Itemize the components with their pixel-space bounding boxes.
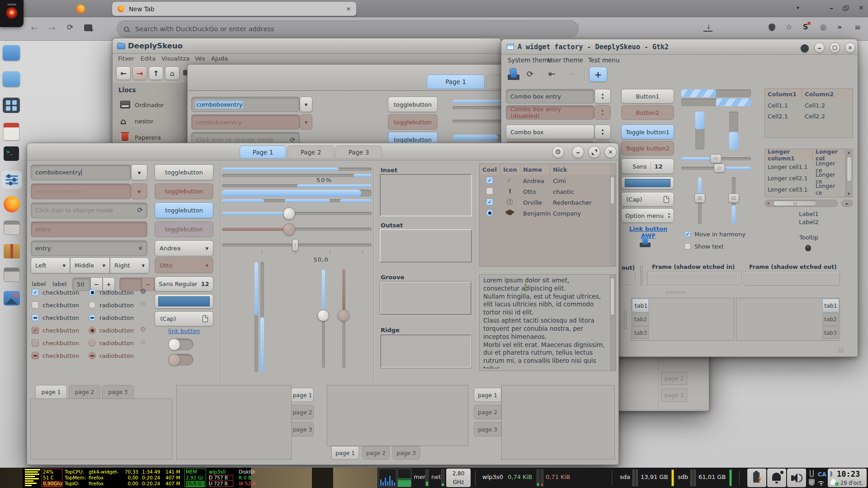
minimize-button[interactable]: – (572, 146, 584, 158)
paned-handle[interactable] (640, 265, 643, 286)
gtk4-tab-page1[interactable]: Page 1 (427, 75, 485, 89)
notebook-left-tab-page3[interactable]: page 3 (474, 422, 501, 436)
menu-icon[interactable]: ≡ (854, 23, 861, 32)
main-tab-page2[interactable]: Page 2 (288, 145, 334, 159)
column-header[interactable]: Longer column1 (765, 149, 813, 160)
gtk2-file-button[interactable]: (Cap) (621, 192, 674, 206)
nav-up-button[interactable]: ↑ (149, 66, 163, 80)
gtk2-option-menu[interactable]: Option menu (621, 208, 674, 223)
row-radiobutton[interactable] (486, 209, 493, 216)
gear-icon[interactable] (140, 288, 146, 295)
window-restore-button[interactable] (843, 5, 850, 12)
checkbutton-mixed[interactable] (32, 314, 39, 321)
mode-entry[interactable]: Click icon to change mode (31, 202, 147, 218)
table-cell[interactable]: Cell1.2 (802, 100, 853, 110)
radiobutton-checked[interactable] (89, 289, 96, 296)
row-checkbox[interactable] (486, 177, 493, 184)
notebook-right-tab-page2[interactable]: page 2 (291, 405, 314, 419)
dock-window-icon[interactable] (4, 221, 20, 235)
gtk2-toggle-button1[interactable]: Toggle button1 (621, 125, 674, 139)
overflow-chevron-icon[interactable]: » (837, 23, 842, 31)
dock-photos-icon[interactable] (4, 291, 20, 305)
refresh-icon[interactable] (137, 207, 143, 214)
refresh-button[interactable] (527, 70, 533, 78)
cpu-freq-button[interactable]: 2,80 GHzschedutil (446, 469, 471, 487)
radiobutton-unchecked[interactable] (89, 301, 96, 309)
combobox-names[interactable]: Andrea (155, 240, 213, 256)
radiobutton-mixed[interactable] (89, 314, 96, 321)
save-page-icon[interactable]: ↓ (703, 23, 712, 32)
notebook-top-tab-page2[interactable]: page 2 (69, 385, 100, 399)
scroll-up-icon[interactable] (848, 150, 850, 155)
textview[interactable]: Lorem ipsum dolor sit amet, consectetur … (479, 274, 616, 371)
menu-edit[interactable]: Edita (141, 55, 156, 62)
comboboxentry-arrow-button[interactable] (131, 164, 147, 180)
nav-home-button[interactable]: ⌂ (165, 66, 179, 80)
gtk4-comboboxentry[interactable]: comboboxentry (191, 97, 300, 112)
vscale-1-handle[interactable] (694, 193, 705, 203)
notifications-tray-button[interactable] (767, 469, 786, 487)
color-button[interactable] (155, 294, 213, 309)
row-checkbox[interactable] (486, 188, 493, 195)
dock-app-grid-icon[interactable] (3, 98, 20, 113)
togglebutton-normal[interactable]: togglebutton (155, 164, 213, 180)
font-button[interactable]: Sans Regular12 (155, 277, 213, 291)
volume-tray-button[interactable] (787, 469, 806, 487)
scroll-down-icon[interactable] (848, 192, 850, 196)
notebook-right-tab-page1[interactable]: page 1 (291, 388, 314, 402)
combo-middle[interactable]: Middle (70, 258, 110, 273)
table-cell[interactable]: Longer cell1.1 (765, 161, 813, 172)
bookmark-star-icon[interactable]: ☆ (786, 23, 792, 31)
dock-folder-icon[interactable] (3, 45, 20, 61)
notebook-left-tab-page2[interactable]: page 2 (474, 405, 501, 419)
menu-gear-button[interactable] (552, 146, 564, 158)
scroll-left-icon[interactable] (767, 201, 769, 206)
gtk2-tab1[interactable]: tab1 (822, 299, 839, 312)
paned-handle-horizontal[interactable] (665, 291, 685, 294)
tree-header-name[interactable]: Name (520, 164, 550, 175)
gtk2-combo-box[interactable]: Combo box (506, 125, 594, 139)
gtk2-tab1[interactable]: tab1 (632, 299, 649, 312)
screenshot-extension-icon[interactable]: + (84, 24, 92, 31)
notebook-left-tab-page1[interactable]: page 1 (474, 388, 501, 402)
paned-handle-vertical[interactable] (623, 310, 627, 329)
scroll-thumb[interactable] (610, 176, 615, 204)
tab-list-button[interactable] (792, 5, 804, 14)
table-cell[interactable]: Cell2.1 (765, 111, 802, 121)
row-checkbox[interactable] (486, 198, 493, 206)
main-tab-page3[interactable]: Page 3 (335, 145, 382, 159)
scroll-thumb[interactable] (847, 156, 852, 182)
textview-scrollbar[interactable] (610, 275, 616, 371)
go-first-button[interactable] (548, 70, 556, 78)
menu-help[interactable]: Ajuda (211, 55, 228, 62)
minimize-button[interactable]: – (814, 42, 825, 53)
table-cell[interactable]: Cell1.1 (765, 100, 802, 110)
tree-cell-nick[interactable]: Company (550, 209, 584, 218)
vscale-1-knob[interactable] (317, 310, 329, 321)
dock-document-icon[interactable] (4, 123, 19, 140)
hscale-1[interactable] (222, 212, 372, 215)
nav-forward-button[interactable]: → (132, 66, 147, 80)
resize-grip[interactable] (838, 347, 844, 353)
firefox-home-button[interactable] (72, 3, 89, 15)
sidebar-item-computer[interactable]: Ordinador (113, 98, 188, 113)
tree-header-nick[interactable]: Nick (550, 164, 610, 175)
combo-right[interactable]: Right (110, 258, 149, 273)
maximize-button[interactable] (830, 42, 840, 53)
gear-icon-faint[interactable] (140, 301, 146, 308)
hscale-1-knob[interactable] (283, 207, 295, 220)
vertical-scrollbar[interactable] (845, 149, 853, 197)
gtk2-button1[interactable]: Button1 (621, 89, 674, 103)
hscale-3-knob[interactable] (292, 239, 298, 251)
account-icon[interactable]: ◎ (820, 23, 826, 31)
tree-cell-name[interactable]: Andrea (520, 176, 547, 185)
comboboxentry[interactable]: comboboxentry (31, 164, 131, 180)
window-close-button[interactable] (859, 5, 868, 11)
gtk2-tab2[interactable]: tab2 (632, 313, 649, 326)
sidebar-item-home[interactable]: ⌂ nestor (113, 114, 188, 129)
file-chooser-button[interactable]: (Cap) (155, 311, 213, 326)
notebook-top-tab-page1[interactable]: page 1 (35, 385, 67, 399)
hal-launcher-icon[interactable] (0, 0, 24, 27)
gtk2-tab3[interactable]: tab3 (632, 326, 649, 339)
menu-go[interactable]: Vés (195, 55, 205, 62)
